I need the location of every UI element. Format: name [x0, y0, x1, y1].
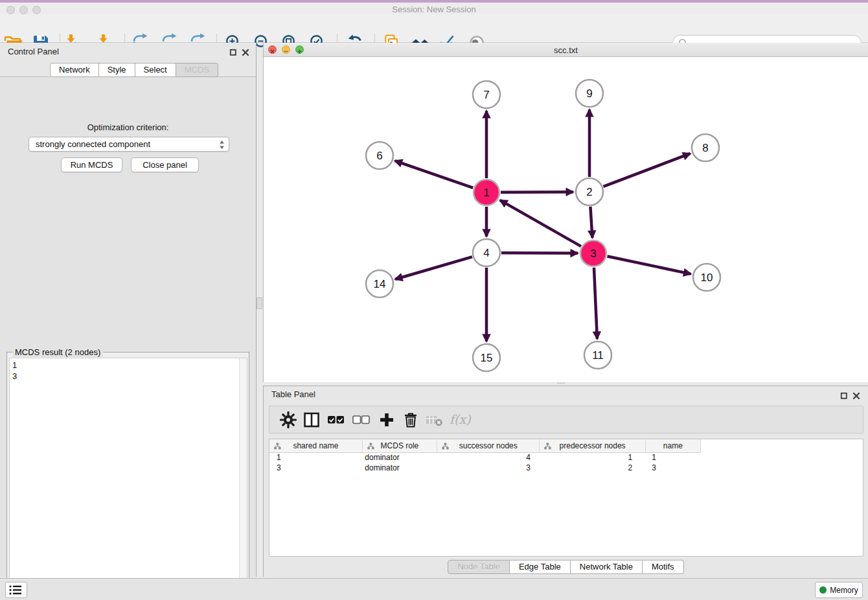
- graph-node-label-14: 14: [374, 278, 386, 290]
- split-view-icon[interactable]: [302, 410, 321, 430]
- float-panel-icon[interactable]: [229, 47, 237, 59]
- panel-divider-handle[interactable]: [257, 297, 262, 309]
- edge-3-1[interactable]: [500, 200, 581, 246]
- memory-button[interactable]: Memory: [815, 582, 863, 598]
- graph-node-label-4: 4: [483, 247, 489, 259]
- edge-2-8[interactable]: [604, 154, 691, 187]
- node-table-container: shared nameMCDS rolesuccessor nodesprede…: [269, 439, 863, 557]
- clear-table-icon[interactable]: [425, 410, 444, 430]
- graph-node-label-1: 1: [483, 187, 489, 199]
- network-view-window: scc.txt 7968124314101511: [263, 43, 868, 382]
- float-table-panel-icon[interactable]: [840, 391, 848, 402]
- tab-node-table[interactable]: Node Table: [448, 560, 510, 574]
- tab-select[interactable]: Select: [135, 63, 176, 77]
- graph-node-label-2: 2: [586, 186, 592, 198]
- table-toolbar: f(x): [269, 406, 863, 433]
- status-list-button[interactable]: [5, 582, 27, 598]
- edge-3-11[interactable]: [594, 268, 597, 339]
- edge-1-2[interactable]: [501, 192, 573, 192]
- memory-status-icon: [819, 586, 827, 594]
- sort-icon[interactable]: [367, 443, 374, 450]
- memory-label: Memory: [830, 586, 858, 595]
- graph-node-label-11: 11: [592, 349, 604, 362]
- graph-node-label-8: 8: [702, 142, 708, 154]
- network-window-titlebar[interactable]: scc.txt: [264, 43, 868, 57]
- column-header-MCDS-role[interactable]: MCDS role: [362, 439, 437, 452]
- table-panel: Table Panel: [263, 386, 868, 577]
- mcds-panel: Optimization criterion: strongly connect…: [0, 76, 256, 577]
- svg-text:f(x): f(x): [450, 412, 472, 426]
- edge-4-3[interactable]: [501, 253, 578, 253]
- sort-icon[interactable]: [274, 443, 281, 450]
- column-header-name[interactable]: name: [645, 439, 700, 452]
- control-panel: Control Panel NetworkStyleSelectMCDS Opt…: [0, 43, 257, 577]
- tab-network-table[interactable]: Network Table: [571, 560, 643, 574]
- tab-motifs[interactable]: Motifs: [643, 560, 684, 574]
- tab-network[interactable]: Network: [50, 63, 99, 77]
- mcds-result-text: 1 3: [12, 360, 17, 382]
- node-table[interactable]: shared nameMCDS rolesuccessor nodesprede…: [269, 439, 701, 473]
- criterion-dropdown[interactable]: strongly connected component: [29, 137, 229, 152]
- mcds-result-group: MCDS result (2 nodes) 1 3: [6, 352, 249, 598]
- control-panel-title: Control Panel: [8, 47, 59, 56]
- list-icon: [6, 583, 25, 597]
- tab-mcds[interactable]: MCDS: [176, 63, 218, 77]
- close-panel-button[interactable]: Close panel: [131, 157, 199, 172]
- app-title: Session: New Session: [0, 5, 868, 14]
- tab-edge-table[interactable]: Edge Table: [510, 560, 571, 574]
- status-bar: Memory: [0, 578, 868, 600]
- network-graph[interactable]: 7968124314101511: [264, 57, 867, 382]
- edge-4-14[interactable]: [395, 257, 472, 279]
- select-all-icon[interactable]: [326, 410, 346, 430]
- mcds-result-textarea[interactable]: 1 3: [9, 358, 247, 596]
- delete-row-icon[interactable]: [401, 410, 420, 430]
- table-row[interactable]: 1dominator411: [269, 452, 701, 463]
- deselect-all-icon[interactable]: [352, 410, 371, 430]
- graph-node-label-6: 6: [376, 150, 382, 162]
- graph-node-label-10: 10: [701, 271, 713, 284]
- table-row[interactable]: 3dominator323: [269, 463, 701, 473]
- result-scrollbar[interactable]: [239, 358, 247, 595]
- control-panel-tabs: NetworkStyleSelectMCDS: [50, 63, 218, 77]
- table-panel-title: Table Panel: [271, 389, 315, 399]
- main-toolbar: [0, 14, 868, 43]
- function-builder-icon[interactable]: f(x): [448, 410, 468, 430]
- network-window-title: scc.txt: [264, 45, 868, 55]
- graph-node-label-15: 15: [481, 352, 493, 364]
- tab-style[interactable]: Style: [99, 63, 135, 77]
- column-header-predecessor-nodes[interactable]: predecessor nodes: [540, 439, 645, 452]
- graph-node-label-7: 7: [483, 89, 489, 101]
- close-table-panel-icon[interactable]: [852, 391, 860, 402]
- graph-node-label-3: 3: [590, 248, 596, 260]
- add-row-icon[interactable]: [377, 410, 396, 430]
- mcds-result-title: MCDS result (2 nodes): [12, 347, 103, 357]
- dropdown-stepper-icon: [219, 140, 225, 154]
- column-header-shared-name[interactable]: shared name: [269, 439, 362, 452]
- optimization-criterion-label: Optimization criterion:: [0, 122, 256, 132]
- run-mcds-button[interactable]: Run MCDS: [61, 157, 122, 172]
- app-titlebar: Session: New Session: [0, 0, 868, 14]
- sort-icon[interactable]: [442, 443, 449, 450]
- close-panel-icon[interactable]: [242, 47, 249, 59]
- sort-icon[interactable]: [544, 443, 551, 450]
- edge-3-10[interactable]: [608, 257, 691, 274]
- settings-gear-icon[interactable]: [279, 410, 298, 430]
- edge-2-3[interactable]: [590, 207, 592, 238]
- criterion-value: strongly connected component: [36, 139, 150, 149]
- column-header-successor-nodes[interactable]: successor nodes: [437, 439, 540, 452]
- graph-node-label-9: 9: [586, 87, 592, 100]
- edge-1-6[interactable]: [395, 161, 474, 188]
- table-panel-tabs: Node TableEdge TableNetwork TableMotifs: [264, 560, 868, 574]
